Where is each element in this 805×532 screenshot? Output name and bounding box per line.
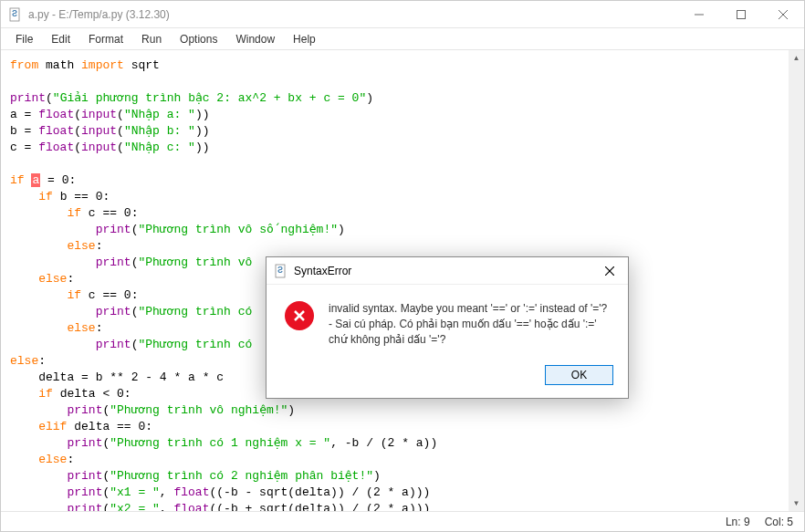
code-token: [10, 305, 96, 318]
menu-file[interactable]: File: [8, 31, 40, 47]
menu-run[interactable]: Run: [134, 31, 169, 47]
dialog-body: invalid syntax. Maybe you meant '==' or …: [267, 285, 628, 358]
code-token: [10, 403, 67, 417]
minimize-button[interactable]: [678, 1, 720, 27]
error-highlight: a: [31, 173, 40, 187]
code-token: (: [117, 124, 124, 138]
dialog-button-row: OK: [267, 358, 628, 398]
code-token: [10, 256, 96, 269]
code-token: if: [38, 387, 53, 401]
code-token: c == 0:: [81, 206, 138, 220]
window-title: a.py - E:/Temp/a.py (3.12.30): [28, 8, 678, 21]
code-token: :: [96, 239, 103, 253]
code-token: else: [10, 354, 38, 368]
code-token: "Phương trình có: [138, 338, 252, 351]
code-token: "Phương trình có 1 nghiệm x = ": [110, 436, 330, 450]
dialog-titlebar[interactable]: SyntaxError: [267, 257, 628, 285]
code-token: input: [81, 141, 117, 154]
code-token: ,: [160, 485, 174, 499]
code-token: print: [67, 403, 102, 417]
code-token: [10, 239, 67, 253]
code-token: [10, 469, 67, 483]
code-token: print: [67, 502, 102, 511]
code-token: [10, 338, 96, 351]
code-token: [10, 420, 38, 433]
svg-rect-2: [737, 10, 746, 18]
code-token: "Giải phương trình bậc 2: ax^2 + bx + c …: [53, 91, 366, 105]
code-token: print: [96, 305, 131, 318]
menu-options[interactable]: Options: [172, 31, 225, 47]
code-token: [10, 485, 67, 499]
scroll-down-arrow-icon[interactable]: ▼: [789, 495, 804, 511]
code-token: else: [38, 272, 67, 286]
code-token: ): [338, 223, 345, 236]
code-token: [10, 387, 38, 401]
code-token: "Phương trình vô: [138, 256, 252, 269]
code-token: print: [96, 338, 131, 351]
code-token: ): [366, 91, 373, 105]
code-token: math: [46, 58, 74, 72]
code-token: ,: [160, 502, 174, 511]
vertical-scrollbar[interactable]: ▲ ▼: [789, 50, 804, 511]
scroll-up-arrow-icon[interactable]: ▲: [789, 50, 804, 66]
maximize-button[interactable]: [720, 1, 762, 27]
code-token: [10, 502, 67, 511]
code-token: float: [38, 108, 74, 121]
code-token: b == 0:: [53, 190, 110, 203]
code-token: "Phương trình có: [138, 305, 252, 318]
code-token: else: [67, 321, 95, 335]
code-token: if: [67, 206, 81, 220]
code-token: else: [67, 239, 95, 253]
code-token: input: [81, 108, 117, 121]
code-token: "x1 = ": [110, 485, 160, 499]
titlebar: a.py - E:/Temp/a.py (3.12.30): [1, 1, 804, 28]
code-token: "x2 = ": [110, 502, 160, 511]
code-token: (: [117, 108, 124, 121]
status-line: Ln: 9: [726, 516, 750, 528]
code-token: else: [38, 453, 67, 466]
code-token: )): [195, 124, 210, 138]
code-token: (: [46, 91, 53, 105]
code-token: sqrt: [131, 58, 160, 72]
code-token: [10, 206, 67, 220]
error-icon: [285, 301, 314, 330]
code-token: import: [81, 58, 124, 72]
code-token: :: [96, 321, 103, 335]
code-token: [10, 370, 38, 384]
code-token: (: [74, 108, 81, 121]
statusbar: Ln: 9 Col: 5: [1, 511, 804, 531]
ok-button[interactable]: OK: [545, 365, 613, 385]
status-col: Col: 5: [765, 516, 793, 528]
code-token: [10, 321, 67, 335]
code-token: if: [38, 190, 53, 203]
dialog-close-button[interactable]: [591, 257, 628, 284]
code-token: [10, 272, 38, 286]
window-controls: [678, 1, 804, 27]
code-token: float: [173, 502, 209, 511]
code-token: "Nhập a: ": [124, 108, 195, 121]
code-token: (: [74, 124, 81, 138]
menu-window[interactable]: Window: [228, 31, 282, 47]
code-token: )): [195, 108, 210, 121]
dialog-title: SyntaxError: [294, 265, 591, 277]
menu-format[interactable]: Format: [81, 31, 131, 47]
code-token: = 0:: [40, 173, 76, 187]
menu-edit[interactable]: Edit: [44, 31, 78, 47]
code-token: [10, 436, 67, 450]
menu-help[interactable]: Help: [286, 31, 323, 47]
code-token: a =: [10, 108, 38, 121]
code-token: delta < 0:: [53, 387, 131, 401]
close-button[interactable]: [762, 1, 804, 27]
code-token: [10, 223, 96, 236]
code-token: elif: [38, 420, 67, 433]
code-token: )): [195, 141, 210, 154]
code-token: "Phương trình vô nghiệm!": [110, 403, 288, 417]
code-token: delta == 0:: [67, 420, 152, 433]
code-token: float: [38, 141, 74, 154]
code-token: from: [10, 58, 38, 72]
code-token: print: [67, 485, 102, 499]
code-token: input: [81, 124, 117, 138]
code-token: print: [67, 436, 102, 450]
code-token: (: [117, 141, 124, 154]
menubar: File Edit Format Run Options Window Help: [1, 28, 804, 50]
